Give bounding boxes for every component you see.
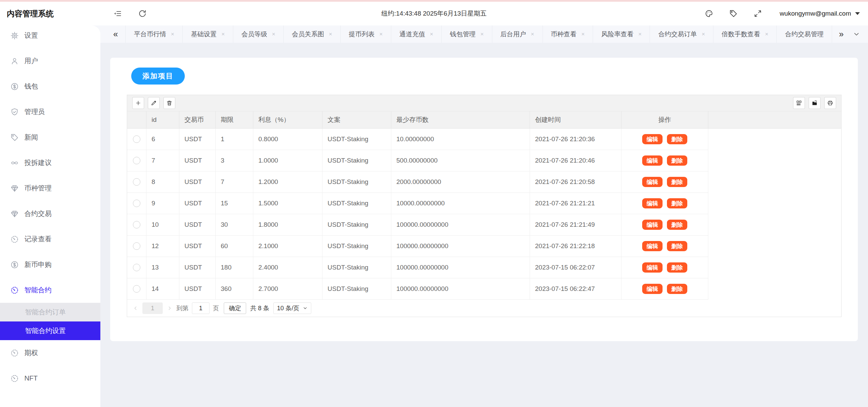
close-icon[interactable]: × xyxy=(765,31,768,38)
current-page[interactable]: 1 xyxy=(142,302,163,314)
user-menu[interactable]: wukongymw@gmail.com xyxy=(780,10,860,17)
close-icon[interactable]: × xyxy=(329,31,332,38)
page-size-select[interactable]: 10 条/页 xyxy=(273,302,311,314)
menu-collapse-icon[interactable] xyxy=(113,9,122,18)
trash-button[interactable] xyxy=(163,97,175,109)
close-icon[interactable]: × xyxy=(581,31,585,38)
tab-币种查看[interactable]: 币种查看× xyxy=(543,25,593,43)
sidebar-item-管理员[interactable]: 管理员 xyxy=(0,99,100,125)
close-icon[interactable]: × xyxy=(702,31,705,38)
sidebar-item-合约交易[interactable]: 合约交易 xyxy=(0,201,100,226)
edit-button[interactable]: 编辑 xyxy=(642,262,663,273)
goto-page-input[interactable] xyxy=(192,302,210,314)
delete-button[interactable]: 删除 xyxy=(667,262,687,273)
palette-icon[interactable] xyxy=(705,9,713,18)
tab-会员关系图[interactable]: 会员关系图× xyxy=(284,25,341,43)
columns-grid-button[interactable] xyxy=(793,97,805,109)
sidebar-item-设置[interactable]: 设置 xyxy=(0,25,100,48)
sidebar-item-期权[interactable]: 期权 xyxy=(0,340,100,366)
cell-min_deposit: 2000.00000000 xyxy=(391,171,530,193)
edit-button[interactable]: 编辑 xyxy=(642,284,663,294)
sidebar-item-用户[interactable]: 用户 xyxy=(0,48,100,74)
edit-button[interactable]: 编辑 xyxy=(642,198,663,208)
close-icon[interactable]: × xyxy=(379,31,383,38)
sidebar-item-新币申购[interactable]: 新币申购 xyxy=(0,252,100,277)
sidebar-item-NFT[interactable]: NFT xyxy=(0,366,100,391)
sidebar-item-记录查看[interactable]: 记录查看 xyxy=(0,226,100,252)
tab-合约交易订单[interactable]: 合约交易订单× xyxy=(650,25,713,43)
edit-pencil-button[interactable] xyxy=(148,97,160,109)
row-radio[interactable] xyxy=(133,135,140,143)
delete-button[interactable]: 删除 xyxy=(667,220,687,230)
sidebar-item-钱包[interactable]: 钱包 xyxy=(0,74,100,99)
row-radio[interactable] xyxy=(133,178,140,186)
toolbar-left-buttons xyxy=(132,97,179,109)
refresh-icon[interactable] xyxy=(138,9,147,18)
tab-会员等级[interactable]: 会员等级× xyxy=(233,25,284,43)
close-icon[interactable]: × xyxy=(430,31,433,38)
close-icon[interactable]: × xyxy=(531,31,534,38)
edit-button[interactable]: 编辑 xyxy=(642,134,663,144)
print-button[interactable] xyxy=(824,97,836,109)
edit-button[interactable]: 编辑 xyxy=(642,241,663,251)
table-body: 6USDT10.8000USDT-Staking10.000000002021-… xyxy=(127,129,841,300)
edit-button[interactable]: 编辑 xyxy=(642,155,663,166)
tab-合约交易管理[interactable]: 合约交易管理 xyxy=(777,25,832,43)
delete-button[interactable]: 删除 xyxy=(667,284,687,294)
close-icon[interactable]: × xyxy=(480,31,484,38)
row-radio[interactable] xyxy=(133,264,140,271)
tab-通道充值[interactable]: 通道充值× xyxy=(391,25,442,43)
prev-page-icon[interactable] xyxy=(133,306,138,311)
tab-倍数手数查看[interactable]: 倍数手数查看× xyxy=(713,25,777,43)
tabs-scroll-right-icon[interactable]: » xyxy=(832,25,850,43)
column-header-filler xyxy=(708,111,841,128)
delete-button[interactable]: 删除 xyxy=(667,134,687,144)
fullscreen-icon[interactable] xyxy=(753,9,762,18)
cell-text: USDT-Staking xyxy=(322,257,391,278)
sidebar-item-币种管理[interactable]: 币种管理 xyxy=(0,175,100,201)
edit-button[interactable]: 编辑 xyxy=(642,177,663,187)
tabs-scroll-left-icon[interactable]: « xyxy=(113,25,118,43)
sidebar-item-智能合约[interactable]: 智能合约 xyxy=(0,277,100,303)
sidebar-item-label: 新币申购 xyxy=(24,260,52,269)
delete-button[interactable]: 删除 xyxy=(667,198,687,208)
cell-min_deposit: 10.00000000 xyxy=(391,129,530,150)
tab-平台币行情[interactable]: 平台币行情× xyxy=(126,25,183,43)
tab-基础设置[interactable]: 基础设置× xyxy=(183,25,233,43)
row-radio[interactable] xyxy=(133,242,140,250)
sidebar-item-新闻[interactable]: 新闻 xyxy=(0,125,100,150)
close-icon[interactable]: × xyxy=(221,31,225,38)
edit-button[interactable]: 编辑 xyxy=(642,220,663,230)
table-row: 6USDT10.8000USDT-Staking10.000000002021-… xyxy=(127,129,841,150)
tab-后台用户[interactable]: 后台用户× xyxy=(492,25,543,43)
cell-coin: USDT xyxy=(179,236,216,257)
sidebar-item-投拆建议[interactable]: 投拆建议 xyxy=(0,150,100,175)
tag-icon[interactable] xyxy=(729,9,738,18)
sidebar-item-label: 合约交易 xyxy=(24,209,52,218)
delete-button[interactable]: 删除 xyxy=(667,155,687,166)
close-icon[interactable]: × xyxy=(638,31,642,38)
cell-rate: 1.5000 xyxy=(253,193,322,214)
sidebar-subitem-智能合约订单[interactable]: 智能合约订单 xyxy=(0,303,100,321)
tab-提币列表[interactable]: 提币列表× xyxy=(341,25,391,43)
plus-button[interactable] xyxy=(132,97,144,109)
close-icon[interactable]: × xyxy=(171,31,174,38)
tabs-overflow-icon[interactable] xyxy=(853,31,860,38)
row-radio[interactable] xyxy=(133,285,140,293)
sidebar-subitem-智能合约设置[interactable]: 智能合约设置 xyxy=(0,321,100,340)
export-button[interactable] xyxy=(809,97,821,109)
row-radio[interactable] xyxy=(133,221,140,228)
row-radio[interactable] xyxy=(133,200,140,207)
cell-rate: 0.8000 xyxy=(253,129,322,150)
close-icon[interactable]: × xyxy=(272,31,275,38)
delete-button[interactable]: 删除 xyxy=(667,241,687,251)
next-page-icon[interactable] xyxy=(167,306,172,311)
tab-钱包管理[interactable]: 钱包管理× xyxy=(442,25,492,43)
tab-风险率查看[interactable]: 风险率查看× xyxy=(593,25,650,43)
delete-button[interactable]: 删除 xyxy=(667,177,687,187)
row-radio[interactable] xyxy=(133,157,140,164)
add-project-button[interactable]: 添加项目 xyxy=(131,68,185,85)
actions-cell: 编辑删除 xyxy=(622,236,708,257)
confirm-page-button[interactable]: 确定 xyxy=(224,302,246,314)
actions-cell: 编辑删除 xyxy=(622,129,708,150)
